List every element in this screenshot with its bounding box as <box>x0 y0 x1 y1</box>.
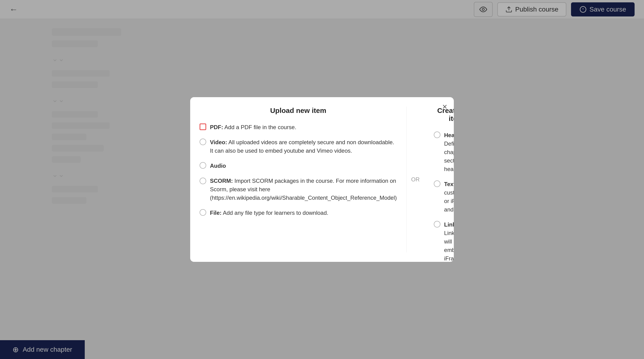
pdf-text: PDF: Add a PDF file in the course. <box>210 123 296 131</box>
scorm-option[interactable]: SCORM: Import SCORM packages in the cour… <box>200 177 397 202</box>
file-radio[interactable] <box>200 209 206 216</box>
video-radio[interactable] <box>200 139 206 145</box>
upload-section: Upload new item PDF: Add a PDF file in t… <box>190 107 406 252</box>
audio-text: Audio <box>210 162 226 170</box>
video-option[interactable]: Video: All uploaded videos are completel… <box>200 138 397 155</box>
modal-overlay: × Upload new item PDF: Add a PDF file in… <box>0 0 644 359</box>
audio-radio[interactable] <box>200 162 206 169</box>
link-radio[interactable] <box>434 221 440 228</box>
modal-body: Upload new item PDF: Add a PDF file in t… <box>190 97 454 262</box>
heading-text: Heading: Define your chapter or section … <box>444 131 454 173</box>
or-divider-1: OR <box>406 107 424 252</box>
file-text: File: Add any file type for learners to … <box>210 209 328 217</box>
create-section: Create new item Heading: Define your cha… <box>424 107 454 252</box>
video-text: Video: All uploaded videos are completel… <box>210 138 397 155</box>
heading-option[interactable]: Heading: Define your chapter or section … <box>434 131 454 173</box>
link-option[interactable]: Link: Add Link which will be embedded in… <box>434 220 454 262</box>
upload-modal: × Upload new item PDF: Add a PDF file in… <box>190 97 454 262</box>
text-radio[interactable] <box>434 180 440 187</box>
link-text: Link: Add Link which will be embedded in… <box>444 220 454 262</box>
file-option[interactable]: File: Add any file type for learners to … <box>200 209 397 217</box>
text-option-text: Text: Add custom text or iFrame and HTML <box>444 180 454 214</box>
scorm-radio[interactable] <box>200 178 206 184</box>
upload-section-title: Upload new item <box>200 107 397 115</box>
audio-option[interactable]: Audio <box>200 162 397 170</box>
pdf-option[interactable]: PDF: Add a PDF file in the course. <box>200 123 397 131</box>
modal-close-button[interactable]: × <box>442 102 447 112</box>
heading-radio[interactable] <box>434 131 440 138</box>
pdf-radio[interactable] <box>200 123 206 130</box>
scorm-text: SCORM: Import SCORM packages in the cour… <box>210 177 397 202</box>
text-option[interactable]: Text: Add custom text or iFrame and HTML <box>434 180 454 214</box>
